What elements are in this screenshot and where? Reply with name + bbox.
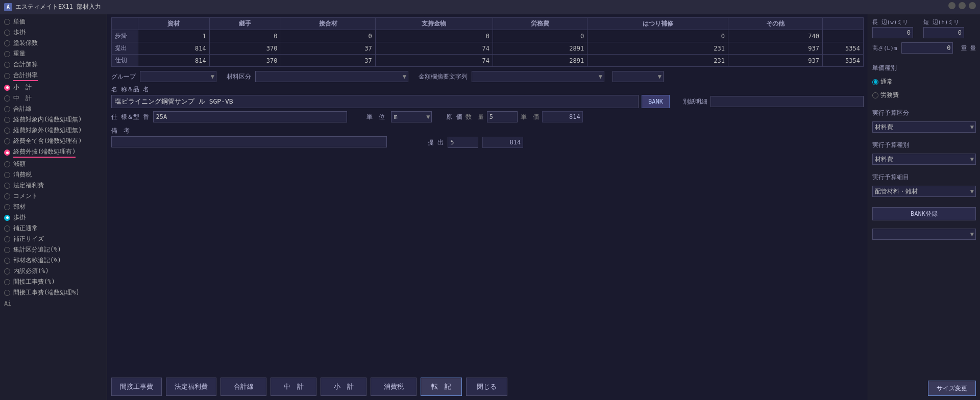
sidebar-item-keihi1[interactable]: 経費対象内(端数処理無) — [0, 114, 107, 125]
cell-shi-tsugite[interactable]: 370 — [209, 55, 281, 67]
cell-tei-shiji[interactable]: 74 — [375, 42, 493, 55]
sidebar-item-gokei-kakuritsu[interactable]: 合計掛率 — [0, 70, 107, 82]
sidebar-item-chukei[interactable]: 中 計 — [0, 93, 107, 104]
radio-item-tsujo[interactable]: 通常 — [872, 78, 893, 86]
naga-input[interactable] — [872, 27, 913, 38]
kansetsu-button[interactable]: 間接工事費 — [111, 378, 162, 396]
sidebar-item-gokei-kasan[interactable]: 合計加算 — [0, 59, 107, 70]
cell-tei-romu[interactable]: 2891 — [493, 42, 587, 55]
tenki-button[interactable]: 転 記 — [421, 378, 462, 396]
radio-bukata — [4, 30, 10, 36]
name-input-row: BANK 別紙明細 — [111, 95, 864, 108]
sidebar-item-hosei-tsujo[interactable]: 補正通常 — [0, 223, 107, 234]
bekki-input[interactable] — [710, 96, 864, 107]
jikko-shurui-wrapper: 材料費 ▼ — [872, 154, 976, 165]
radio-buzai — [4, 204, 10, 210]
extra-dropdown[interactable] — [872, 229, 976, 240]
bank-toroku-button[interactable]: BANK登録 — [872, 207, 976, 220]
jikko-kubun-select[interactable]: 材料費 — [872, 121, 976, 133]
sidebar-item-hosei-size[interactable]: 補正サイズ — [0, 234, 107, 244]
cell-shi-total[interactable]: 5354 — [823, 55, 864, 67]
name-input[interactable] — [111, 95, 639, 108]
sidebar-item-hoteifukuri[interactable]: 法定福利費 — [0, 180, 107, 191]
bikou-input[interactable] — [111, 136, 387, 147]
sidebar-item-keihi3[interactable]: 経費全て含(端数処理有) — [0, 136, 107, 146]
suryo-label: 数 量 — [465, 113, 484, 121]
teidashi-row: 提 出 814 — [428, 137, 523, 148]
material-select[interactable] — [255, 71, 408, 82]
cell-tei-hatsuri[interactable]: 231 — [587, 42, 728, 55]
cell-bukata-total[interactable] — [823, 30, 864, 42]
cell-shi-setsugo[interactable]: 37 — [281, 55, 375, 67]
close-button[interactable] — [969, 2, 976, 9]
cell-bukata-shiji[interactable]: 0 — [375, 30, 493, 42]
cell-shi-sonota[interactable]: 937 — [728, 55, 822, 67]
group-select[interactable] — [140, 71, 216, 82]
cell-tei-setsugo[interactable]: 37 — [281, 42, 375, 55]
col-header-empty1 — [823, 18, 864, 30]
hoteifukuri-button[interactable]: 法定福利費 — [166, 378, 216, 396]
sidebar-item-bukata[interactable]: 歩掛 — [0, 27, 107, 38]
suryo-input[interactable] — [487, 111, 518, 122]
cell-shi-zaisai[interactable]: 814 — [138, 55, 210, 67]
sidebar-item-juryo[interactable]: 重量 — [0, 48, 107, 59]
shokei-button[interactable]: 小 計 — [321, 378, 366, 396]
cell-tei-sonota[interactable]: 937 — [728, 42, 822, 55]
style-label: 仕 様＆型 番 — [111, 113, 149, 121]
cell-bukata-romu[interactable]: 0 — [493, 30, 587, 42]
sidebar-item-buzaimei[interactable]: 部材名称追記(%) — [0, 255, 107, 266]
style-input[interactable] — [153, 111, 347, 122]
sidebar-item-keihi4[interactable]: 経費外抜(端数処理有) — [0, 146, 107, 159]
sidebar-item-kansetsu[interactable]: 間接工事費(%) — [0, 277, 107, 287]
sidebar-item-shouhizei[interactable]: 消費税 — [0, 169, 107, 180]
cell-shi-shiji[interactable]: 74 — [375, 55, 493, 67]
tani-select[interactable]: m 本 個 — [391, 111, 432, 122]
sidebar-item-bukata2[interactable]: 歩掛 — [0, 212, 107, 223]
teidashi-suryo-input[interactable] — [448, 137, 478, 148]
radio-romu-dot — [872, 92, 878, 98]
cell-bukata-setsugo[interactable]: 0 — [281, 30, 375, 42]
sidebar-item-shokei[interactable]: 小 計 — [0, 82, 107, 93]
sidebar-item-uchiwake[interactable]: 内訳必須(%) — [0, 266, 107, 277]
chukei-button[interactable]: 中 計 — [271, 378, 316, 396]
cell-shi-romu[interactable]: 2891 — [493, 55, 587, 67]
tan-input[interactable] — [923, 27, 964, 38]
sidebar-item-shukei[interactable]: 集計区分追記(%) — [0, 244, 107, 255]
radio-item-romu[interactable]: 労務費 — [872, 91, 899, 99]
sidebar-item-gokeisen[interactable]: 合計線 — [0, 104, 107, 114]
cell-tei-zaisai[interactable]: 814 — [138, 42, 210, 55]
jikko-komoku-select[interactable]: 配管材料・雑材 — [872, 186, 976, 197]
tanka-shubetsu-radio-row: 通常 — [872, 78, 976, 86]
radio-chukei — [4, 95, 10, 102]
jikko-shurui-select[interactable]: 材料費 — [872, 154, 976, 165]
kingaku-select[interactable] — [472, 71, 604, 82]
sidebar-item-kansetsu-tansu[interactable]: 間接工事費(端数処理%) — [0, 287, 107, 298]
bikou-section: 備 考 提 出 814 — [107, 126, 868, 149]
sidebar-item-buzai[interactable]: 部材 — [0, 202, 107, 212]
tsujo-label: 通常 — [880, 78, 893, 86]
radio-tanka — [4, 19, 10, 25]
maximize-button[interactable] — [959, 2, 966, 9]
sidebar-item-comment[interactable]: コメント — [0, 191, 107, 202]
close-btn[interactable]: 閉じる — [466, 378, 507, 396]
sidebar-item-tosou[interactable]: 塗装係数 — [0, 38, 107, 48]
bank-button[interactable]: BANK — [642, 95, 670, 108]
sidebar-item-keihi2[interactable]: 経費対象外(端数処理無) — [0, 125, 107, 136]
size-henko-button[interactable]: サイズ変更 — [928, 381, 976, 396]
cell-shi-hatsuri[interactable]: 231 — [587, 55, 728, 67]
cell-tei-tsugite[interactable]: 370 — [209, 42, 281, 55]
radio-gokei-kakuritsu — [4, 73, 10, 79]
cell-tei-total[interactable]: 5354 — [823, 42, 864, 55]
gokeisen-button[interactable]: 合計線 — [220, 378, 266, 396]
shouhizei-button[interactable]: 消費税 — [371, 378, 416, 396]
cell-bukata-sonota[interactable]: 740 — [728, 30, 822, 42]
sidebar-item-gengaku[interactable]: 減額 — [0, 159, 107, 169]
taka-input[interactable] — [901, 42, 953, 54]
tan-label: 短 辺(h)ミリ — [923, 18, 964, 26]
sidebar-item-tanka[interactable]: 単価 — [0, 16, 107, 27]
cell-bukata-hatsuri[interactable]: 0 — [587, 30, 728, 42]
minimize-button[interactable] — [948, 2, 955, 9]
tanka-shubetsu-select[interactable] — [612, 71, 664, 82]
cell-bukata-zaisai[interactable]: 1 — [138, 30, 210, 42]
cell-bukata-tsugite[interactable]: 0 — [209, 30, 281, 42]
